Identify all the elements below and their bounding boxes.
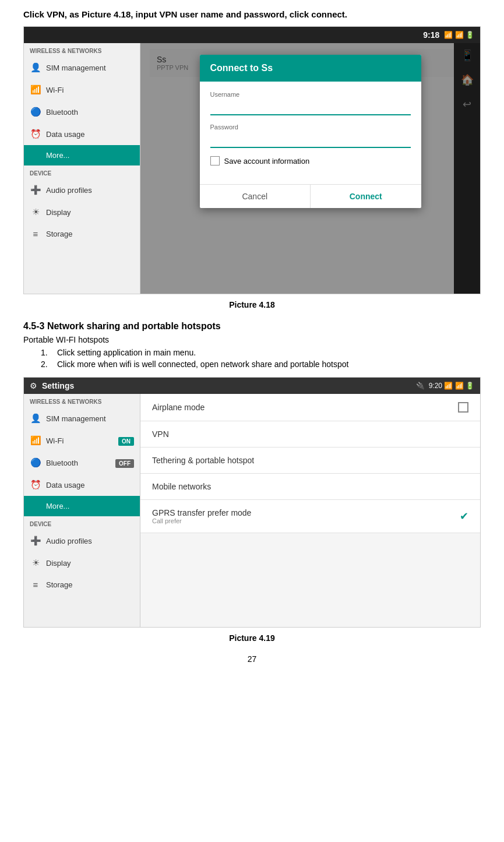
vpn-title: VPN	[152, 429, 169, 439]
tethering-title: Tethering & portable hotspot	[152, 456, 254, 465]
sidebar-item-wifi[interactable]: 📶 Wi-Fi	[24, 79, 140, 101]
section-453-subtext: Portable WI-FI hotspots	[23, 335, 481, 344]
sidebar-item-audio-label: Audio profiles	[46, 186, 92, 195]
password-label: Password	[210, 124, 411, 131]
more-row-tethering[interactable]: Tethering & portable hotspot	[140, 448, 480, 474]
more-row-gprs[interactable]: GPRS transfer prefer mode Call prefer ✔	[140, 500, 480, 533]
step-1-text: Click setting application in main menu.	[57, 348, 196, 357]
connect-button[interactable]: Connect	[311, 185, 421, 208]
gprs-sub: Call prefer	[152, 517, 251, 524]
screenshot-419: ⚙ Settings 🔌 9:20 📶 📶 🔋 WIRELESS & NETWO…	[23, 377, 481, 628]
sidebar-item-data-label: Data usage	[46, 130, 85, 139]
mobile-networks-title: Mobile networks	[152, 482, 211, 491]
settings-header-419: ⚙ Settings 🔌 9:20 📶 📶 🔋	[24, 378, 480, 394]
sidebar-419-wifi[interactable]: 📶 Wi-Fi ON	[24, 429, 140, 452]
step-1-num: 1.	[41, 348, 51, 357]
wifi-toggle: ON	[118, 436, 134, 445]
section-453-heading: 4.5-3 Network sharing and portable hotsp…	[23, 321, 481, 332]
dialog-overlay: Connect to Ss Username Password	[140, 43, 480, 294]
storage-icon-419: ≡	[30, 580, 41, 590]
airplane-mode-title: Airplane mode	[152, 403, 205, 412]
settings-header-title: Settings	[42, 381, 411, 390]
sidebar-item-wifi-label: Wi-Fi	[46, 86, 64, 94]
section-label-wireless-419: WIRELESS & NETWORKS	[24, 394, 140, 407]
steps-list: 1. Click setting application in main men…	[23, 348, 481, 369]
caption-418: Picture 4.18	[23, 300, 481, 309]
bluetooth-toggle-off[interactable]: OFF	[115, 459, 134, 468]
password-field: Password	[210, 124, 411, 156]
page-number: 27	[23, 654, 481, 675]
section-label-wireless: WIRELESS & NETWORKS	[24, 43, 140, 57]
save-account-label: Save account information	[224, 157, 310, 165]
storage-icon: ≡	[30, 229, 41, 239]
sidebar-419-audio[interactable]: ➕ Audio profiles	[24, 530, 140, 552]
sidebar-419-storage-label: Storage	[46, 580, 73, 589]
sidebar-item-more[interactable]: More...	[24, 145, 140, 165]
display-icon: ☀	[30, 207, 41, 217]
gprs-title: GPRS transfer prefer mode	[152, 508, 251, 517]
sidebar-419-display-label: Display	[46, 559, 71, 568]
content-panel-418: Ss PPTP VPN Connect to Ss Username	[140, 43, 480, 294]
sidebar-item-bluetooth[interactable]: 🔵 Bluetooth	[24, 101, 140, 123]
more-row-vpn[interactable]: VPN	[140, 421, 480, 448]
dialog-title: Connect to Ss	[200, 55, 421, 82]
sidebar-item-sim-label: SIM management	[46, 64, 106, 72]
sidebar-418: WIRELESS & NETWORKS 👤 SIM management 📶 W…	[24, 43, 140, 294]
sidebar-419-storage[interactable]: ≡ Storage	[24, 574, 140, 596]
sidebar-419-sim-label: SIM management	[46, 414, 106, 423]
sidebar-419-bluetooth[interactable]: 🔵 Bluetooth OFF	[24, 452, 140, 474]
sidebar-419-sim[interactable]: 👤 SIM management	[24, 407, 140, 429]
sidebar-item-data[interactable]: ⏰ Data usage	[24, 123, 140, 145]
status-icons-418: 📶 📶 🔋	[444, 31, 474, 39]
sidebar-419-audio-label: Audio profiles	[46, 537, 92, 545]
username-label: Username	[210, 91, 411, 98]
settings-layout-418: WIRELESS & NETWORKS 👤 SIM management 📶 W…	[24, 43, 480, 294]
sidebar-419-display[interactable]: ☀ Display	[24, 552, 140, 574]
airplane-mode-checkbox[interactable]	[458, 402, 468, 413]
wifi-toggle-on[interactable]: ON	[118, 437, 134, 446]
settings-layout-419: WIRELESS & NETWORKS 👤 SIM management 📶 W…	[24, 394, 480, 627]
status-bar-418: 9:18 📶 📶 🔋	[24, 27, 480, 43]
sim-icon-419: 👤	[30, 413, 41, 424]
sidebar-item-display-label: Display	[46, 208, 71, 217]
settings-app-icon: ⚙	[30, 381, 37, 390]
sidebar-item-sim[interactable]: 👤 SIM management	[24, 57, 140, 79]
sidebar-419: WIRELESS & NETWORKS 👤 SIM management 📶 W…	[24, 394, 140, 627]
sidebar-419-more[interactable]: More...	[24, 496, 140, 516]
save-account-row: Save account information	[210, 156, 411, 165]
bluetooth-icon: 🔵	[30, 107, 41, 117]
more-row-airplane[interactable]: Airplane mode	[140, 394, 480, 421]
sidebar-item-storage[interactable]: ≡ Storage	[24, 223, 140, 245]
username-input[interactable]	[210, 100, 411, 115]
bluetooth-icon-419: 🔵	[30, 457, 41, 468]
sidebar-419-data[interactable]: ⏰ Data usage	[24, 474, 140, 496]
sidebar-419-data-label: Data usage	[46, 481, 85, 489]
gprs-texts: GPRS transfer prefer mode Call prefer	[152, 508, 251, 524]
bluetooth-toggle: OFF	[115, 459, 134, 467]
cancel-button[interactable]: Cancel	[200, 185, 311, 208]
intro-text: Click VPN, as Picture 4.18, input VPN us…	[23, 9, 481, 19]
wifi-icon-419: 📶	[30, 435, 41, 446]
step-2-num: 2.	[41, 360, 51, 369]
sidebar-item-storage-label: Storage	[46, 230, 73, 238]
audio-icon-419: ➕	[30, 536, 41, 546]
sidebar-419-more-label: More...	[46, 502, 69, 510]
caption-419: Picture 4.19	[23, 633, 481, 643]
more-row-mobile[interactable]: Mobile networks	[140, 474, 480, 500]
data-icon: ⏰	[30, 129, 41, 139]
save-account-checkbox[interactable]	[210, 156, 220, 165]
wifi-icon: 📶	[30, 84, 41, 95]
step-1: 1. Click setting application in main men…	[41, 348, 481, 357]
connect-dialog: Connect to Ss Username Password	[200, 55, 421, 208]
password-input[interactable]	[210, 133, 411, 148]
dialog-body: Username Password Save account informati…	[200, 82, 421, 184]
username-field: Username	[210, 91, 411, 124]
step-2-text: Click more when wifi is well connected, …	[57, 360, 348, 369]
step-2: 2. Click more when wifi is well connecte…	[41, 360, 481, 369]
airplane-mode-text: Airplane mode	[152, 403, 205, 412]
screenshot-418: 9:18 📶 📶 🔋 WIRELESS & NETWORKS 👤 SIM man…	[23, 26, 481, 294]
sidebar-item-audio[interactable]: ➕ Audio profiles	[24, 179, 140, 201]
sim-icon: 👤	[30, 62, 41, 73]
sidebar-item-more-label: More...	[46, 151, 69, 160]
sidebar-item-display[interactable]: ☀ Display	[24, 201, 140, 223]
